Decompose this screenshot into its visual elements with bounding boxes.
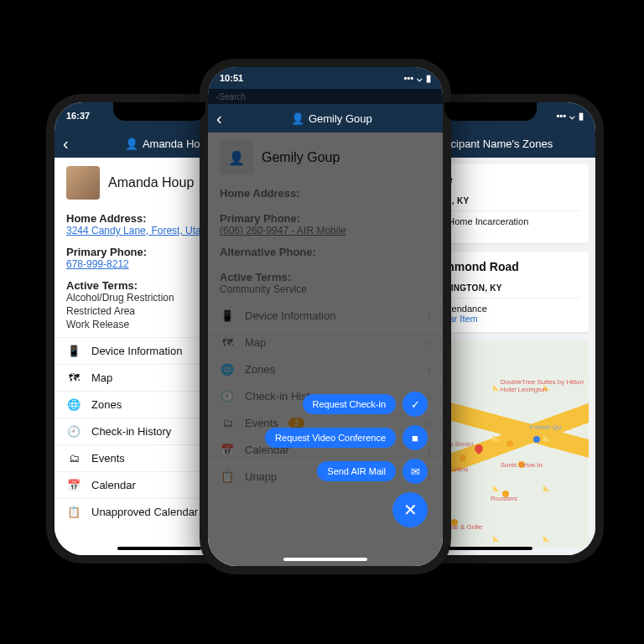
- calendar-icon: 📅: [66, 479, 81, 491]
- notch: [113, 102, 205, 121]
- signal-icon: •••: [403, 73, 413, 83]
- home-indicator[interactable]: [283, 558, 367, 561]
- fab-send-air-mail[interactable]: Send AIR Mail ✉: [317, 459, 428, 484]
- term-item: Community Service: [208, 283, 443, 297]
- map-pin-icon[interactable]: [473, 443, 485, 454]
- person-icon: 👤: [291, 112, 304, 125]
- menu-label: Device Information: [245, 309, 335, 322]
- map-icon: 🗺: [220, 336, 235, 349]
- back-button[interactable]: ‹: [63, 134, 69, 153]
- fab-request-checkin[interactable]: Request Check-in ✓: [303, 392, 428, 417]
- map-poi-icon[interactable]: [460, 454, 466, 461]
- menu-label: Events: [91, 452, 125, 465]
- chevron-right-icon: ›: [428, 444, 431, 456]
- breadcrumb-label: Search: [219, 92, 246, 101]
- avatar[interactable]: [66, 166, 100, 200]
- home-indicator[interactable]: [117, 547, 201, 550]
- device-icon: 📱: [220, 309, 235, 322]
- profile-header: 👤 Gemily Goup: [208, 132, 443, 183]
- events-icon: 🗂: [220, 417, 235, 429]
- nav-bar: ‹ 👤 Gemily Goup: [208, 104, 443, 132]
- menu-zones[interactable]: 🌐Zones›: [208, 356, 443, 382]
- person-icon: 👤: [125, 138, 138, 150]
- fab-label: Send AIR Mail: [317, 461, 396, 481]
- menu-label: Calendar: [91, 479, 136, 491]
- fab-label: Request Video Conference: [265, 428, 396, 448]
- wifi-icon: ⌵: [417, 73, 423, 84]
- calendar-icon: 📅: [220, 444, 235, 456]
- home-address-label: Home Address:: [208, 183, 443, 200]
- fab-label: Request Check-in: [303, 394, 396, 414]
- status-time: 16:37: [66, 111, 90, 121]
- chevron-right-icon: ›: [428, 336, 431, 349]
- chevron-right-icon: ›: [428, 470, 431, 483]
- home-indicator[interactable]: [449, 547, 532, 550]
- battery-icon: ▮: [579, 111, 584, 122]
- notch: [444, 102, 537, 121]
- chevron-right-icon: ›: [428, 417, 431, 429]
- menu-label: Unapproved Calendar Ite: [91, 506, 213, 518]
- check-icon: ✓: [402, 392, 428, 417]
- active-terms-label: Active Terms:: [208, 267, 443, 283]
- menu-label: Map: [91, 371, 112, 384]
- close-icon: ✕: [403, 500, 418, 520]
- breadcrumb[interactable]: ‹ Search: [208, 89, 443, 104]
- globe-icon: 🌐: [220, 363, 235, 376]
- profile-name: Gemily Goup: [262, 150, 340, 165]
- battery-icon: ▮: [426, 73, 431, 84]
- back-button[interactable]: ‹: [216, 109, 222, 128]
- menu-label: Device Information: [91, 345, 182, 357]
- chevron-right-icon: ›: [428, 390, 431, 402]
- status-bar: 10:51 ••• ⌵ ▮: [208, 67, 443, 89]
- mail-icon: ✉: [402, 459, 428, 484]
- map-poi-icon[interactable]: [506, 440, 513, 447]
- profile-name: Amanda Houp: [108, 175, 194, 190]
- map-poi-icon[interactable]: [533, 436, 540, 443]
- alternative-phone-label: Alternative Phone:: [208, 242, 443, 258]
- map-poi-label: Roosters: [491, 495, 517, 502]
- history-icon: 🕘: [220, 390, 235, 402]
- menu-label: Zones: [245, 363, 275, 376]
- signal-icon: •••: [556, 111, 566, 121]
- globe-icon: 🌐: [66, 398, 81, 411]
- list-icon: 📋: [66, 506, 81, 518]
- fab-request-video-conference[interactable]: Request Video Conference ■: [265, 425, 428, 450]
- chevron-right-icon: ›: [428, 363, 431, 376]
- page-title: 👤 Gemily Goup: [229, 112, 434, 125]
- status-time: 10:51: [220, 73, 243, 83]
- wifi-icon: ⌵: [569, 111, 575, 122]
- map-poi-label: Sonic Drive-In: [501, 461, 543, 469]
- map-poi-label: DoubleTree Suites by Hilton Hotel Lexing…: [501, 378, 589, 393]
- history-icon: 🕘: [66, 425, 81, 438]
- fab-close-button[interactable]: ✕: [392, 492, 428, 527]
- map-poi-label: French Qu: [530, 423, 562, 431]
- menu-label: Check-in History: [91, 425, 171, 438]
- map-icon: 🗺: [66, 371, 81, 384]
- title-text: Gemily Goup: [309, 112, 372, 125]
- primary-phone-value[interactable]: (606) 260-9947 - AIR Mobile: [208, 225, 443, 242]
- chevron-right-icon: ›: [428, 309, 431, 322]
- avatar-placeholder[interactable]: 👤: [220, 141, 253, 174]
- menu-device-information[interactable]: 📱Device Information›: [208, 302, 443, 329]
- phone-center: 10:51 ••• ⌵ ▮ ‹ Search ‹ 👤 Gemily Goup 👤…: [200, 59, 451, 574]
- menu-map[interactable]: 🗺Map›: [208, 329, 443, 356]
- list-icon: 📋: [220, 470, 235, 483]
- video-icon: ■: [402, 425, 428, 450]
- fab-menu: Request Check-in ✓ Request Video Confere…: [265, 392, 428, 527]
- primary-phone-label: Primary Phone:: [208, 208, 443, 225]
- events-icon: 🗂: [66, 452, 81, 465]
- menu-label: Zones: [91, 398, 122, 411]
- device-icon: 📱: [66, 345, 81, 357]
- title-text: Amanda Hou: [143, 138, 206, 150]
- menu-label: Map: [245, 336, 266, 349]
